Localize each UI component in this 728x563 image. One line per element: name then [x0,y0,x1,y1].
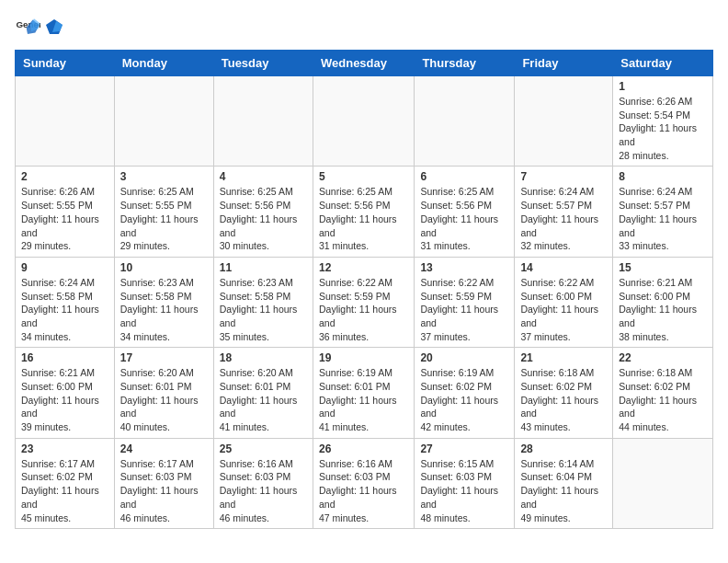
day-number: 9 [21,261,108,274]
calendar-cell: 15Sunrise: 6:21 AMSunset: 6:00 PMDayligh… [613,257,713,347]
day-info: Sunrise: 6:22 AMSunset: 5:59 PMDaylight:… [319,276,408,343]
calendar-cell: 6Sunrise: 6:25 AMSunset: 5:56 PMDaylight… [415,167,515,257]
day-info: Sunrise: 6:14 AMSunset: 6:04 PMDaylight:… [520,457,607,524]
day-number: 1 [619,80,707,93]
day-number: 7 [520,170,607,183]
calendar-cell: 3Sunrise: 6:25 AMSunset: 5:55 PMDaylight… [114,167,213,257]
calendar-cell [613,438,713,528]
day-number: 25 [220,442,307,455]
day-info: Sunrise: 6:23 AMSunset: 5:58 PMDaylight:… [120,276,208,343]
day-number: 5 [319,170,408,183]
calendar-cell: 9Sunrise: 6:24 AMSunset: 5:58 PMDaylight… [16,257,115,347]
calendar-cell [313,76,414,167]
day-info: Sunrise: 6:22 AMSunset: 5:59 PMDaylight:… [420,276,508,343]
calendar-cell: 25Sunrise: 6:16 AMSunset: 6:03 PMDayligh… [213,438,313,528]
day-info: Sunrise: 6:21 AMSunset: 6:00 PMDaylight:… [619,276,707,343]
page-header: General [15,15,713,40]
day-info: Sunrise: 6:21 AMSunset: 6:00 PMDaylight:… [21,366,108,433]
day-info: Sunrise: 6:24 AMSunset: 5:57 PMDaylight:… [520,185,607,252]
calendar-week-row: 16Sunrise: 6:21 AMSunset: 6:00 PMDayligh… [16,348,713,438]
calendar-header-monday: Monday [114,51,213,76]
logo-icon: General [15,15,40,40]
day-info: Sunrise: 6:25 AMSunset: 5:55 PMDaylight:… [120,185,208,252]
day-number: 10 [120,261,208,274]
calendar-cell: 20Sunrise: 6:19 AMSunset: 6:02 PMDayligh… [415,348,515,438]
day-number: 15 [619,261,707,274]
calendar-cell: 17Sunrise: 6:20 AMSunset: 6:01 PMDayligh… [114,348,213,438]
calendar-cell: 12Sunrise: 6:22 AMSunset: 5:59 PMDayligh… [313,257,414,347]
day-info: Sunrise: 6:19 AMSunset: 6:01 PMDaylight:… [319,366,408,433]
calendar-cell [114,76,213,167]
calendar-cell: 18Sunrise: 6:20 AMSunset: 6:01 PMDayligh… [213,348,313,438]
day-number: 12 [319,261,408,274]
day-info: Sunrise: 6:25 AMSunset: 5:56 PMDaylight:… [420,185,508,252]
day-number: 4 [220,170,307,183]
calendar-cell: 2Sunrise: 6:26 AMSunset: 5:55 PMDaylight… [16,167,115,257]
day-info: Sunrise: 6:19 AMSunset: 6:02 PMDaylight:… [420,366,508,433]
day-info: Sunrise: 6:18 AMSunset: 6:02 PMDaylight:… [520,366,607,433]
calendar-cell: 27Sunrise: 6:15 AMSunset: 6:03 PMDayligh… [415,438,515,528]
day-info: Sunrise: 6:15 AMSunset: 6:03 PMDaylight:… [420,457,508,524]
day-info: Sunrise: 6:17 AMSunset: 6:03 PMDaylight:… [120,457,208,524]
calendar-cell: 14Sunrise: 6:22 AMSunset: 6:00 PMDayligh… [515,257,613,347]
day-info: Sunrise: 6:18 AMSunset: 6:02 PMDaylight:… [619,366,707,433]
calendar-cell: 24Sunrise: 6:17 AMSunset: 6:03 PMDayligh… [114,438,213,528]
calendar-cell: 10Sunrise: 6:23 AMSunset: 5:58 PMDayligh… [114,257,213,347]
calendar-header-friday: Friday [515,51,613,76]
day-number: 18 [220,351,307,364]
day-info: Sunrise: 6:25 AMSunset: 5:56 PMDaylight:… [319,185,408,252]
calendar-cell: 8Sunrise: 6:24 AMSunset: 5:57 PMDaylight… [613,167,713,257]
day-number: 22 [619,351,707,364]
day-number: 21 [520,351,607,364]
calendar-header-sunday: Sunday [16,51,115,76]
calendar-cell: 4Sunrise: 6:25 AMSunset: 5:56 PMDaylight… [213,167,313,257]
day-info: Sunrise: 6:24 AMSunset: 5:58 PMDaylight:… [21,276,108,343]
day-number: 27 [420,442,508,455]
day-info: Sunrise: 6:16 AMSunset: 6:03 PMDaylight:… [220,457,307,524]
day-info: Sunrise: 6:17 AMSunset: 6:02 PMDaylight:… [21,457,108,524]
calendar-week-row: 1Sunrise: 6:26 AMSunset: 5:54 PMDaylight… [16,76,713,167]
calendar-cell [213,76,313,167]
calendar-table: SundayMondayTuesdayWednesdayThursdayFrid… [15,50,713,529]
day-number: 16 [21,351,108,364]
day-info: Sunrise: 6:16 AMSunset: 6:03 PMDaylight:… [319,457,408,524]
day-number: 13 [420,261,508,274]
calendar-cell [16,76,115,167]
day-info: Sunrise: 6:26 AMSunset: 5:54 PMDaylight:… [619,95,707,162]
calendar-week-row: 23Sunrise: 6:17 AMSunset: 6:02 PMDayligh… [16,438,713,528]
calendar-header-row: SundayMondayTuesdayWednesdayThursdayFrid… [16,51,713,76]
day-number: 8 [619,170,707,183]
calendar-header-saturday: Saturday [613,51,713,76]
day-number: 28 [520,442,607,455]
calendar-cell: 23Sunrise: 6:17 AMSunset: 6:02 PMDayligh… [16,438,115,528]
day-info: Sunrise: 6:20 AMSunset: 6:01 PMDaylight:… [220,366,307,433]
day-number: 3 [120,170,208,183]
day-info: Sunrise: 6:25 AMSunset: 5:56 PMDaylight:… [220,185,307,252]
day-number: 19 [319,351,408,364]
calendar-week-row: 2Sunrise: 6:26 AMSunset: 5:55 PMDaylight… [16,167,713,257]
calendar-cell [415,76,515,167]
calendar-cell: 16Sunrise: 6:21 AMSunset: 6:00 PMDayligh… [16,348,115,438]
day-info: Sunrise: 6:24 AMSunset: 5:57 PMDaylight:… [619,185,707,252]
day-info: Sunrise: 6:26 AMSunset: 5:55 PMDaylight:… [21,185,108,252]
calendar-header-thursday: Thursday [415,51,515,76]
day-number: 20 [420,351,508,364]
day-number: 2 [21,170,108,183]
day-info: Sunrise: 6:22 AMSunset: 6:00 PMDaylight:… [520,276,607,343]
day-number: 14 [520,261,607,274]
calendar-cell: 22Sunrise: 6:18 AMSunset: 6:02 PMDayligh… [613,348,713,438]
calendar-header-tuesday: Tuesday [213,51,313,76]
day-number: 6 [420,170,508,183]
calendar-cell: 1Sunrise: 6:26 AMSunset: 5:54 PMDaylight… [613,76,713,167]
logo: General [15,15,64,40]
calendar-cell: 26Sunrise: 6:16 AMSunset: 6:03 PMDayligh… [313,438,414,528]
logo-flag-icon [44,17,64,38]
day-number: 17 [120,351,208,364]
day-number: 23 [21,442,108,455]
day-info: Sunrise: 6:20 AMSunset: 6:01 PMDaylight:… [120,366,208,433]
day-number: 24 [120,442,208,455]
calendar-cell: 11Sunrise: 6:23 AMSunset: 5:58 PMDayligh… [213,257,313,347]
calendar-cell: 7Sunrise: 6:24 AMSunset: 5:57 PMDaylight… [515,167,613,257]
calendar-header-wednesday: Wednesday [313,51,414,76]
calendar-cell: 5Sunrise: 6:25 AMSunset: 5:56 PMDaylight… [313,167,414,257]
